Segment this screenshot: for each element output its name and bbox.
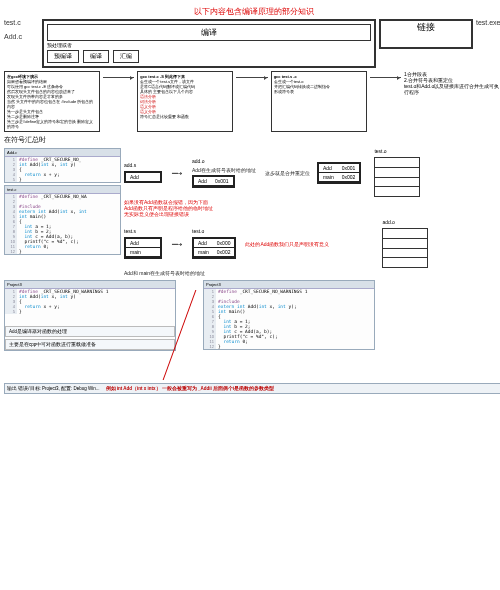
box-add: Add xyxy=(124,171,162,183)
note-4: 此处的Add函数我们只是声明没有意义 xyxy=(245,241,329,247)
link-box: 链接 xyxy=(379,19,473,49)
obj-test: Add0x000main0x002 xyxy=(192,237,236,259)
code-tab[interactable]: Project3 xyxy=(204,281,374,289)
code-addc[interactable]: Add.c 1#define _CRT_SECURE_NO_2int Add(i… xyxy=(4,148,121,183)
code-body: 1#define _CRT_SECURE_NO_WA23#include4ext… xyxy=(5,194,120,254)
obj-merged: Add0x001main0x002 xyxy=(317,162,361,184)
label-addo-r: add.o xyxy=(382,219,395,225)
obj-add: Add0x001 xyxy=(192,175,235,188)
arrow xyxy=(236,77,267,132)
diagram-area: add.s Add ━━➔ add.o Add在生成符号表时给的地址 Add0x… xyxy=(124,148,500,276)
note-5: Add和 main在生成符号表时给的地址 xyxy=(124,270,205,276)
link-notes: 1合并段表2.合并符号表和重定位test.o和Add.o以及链接库进行合并生成可… xyxy=(404,71,500,132)
left-files: test.c Add.c xyxy=(4,19,39,40)
code-bottom-left[interactable]: Project3 1#define _CRT_SECURE_NO_WARNING… xyxy=(4,280,176,351)
code-tab[interactable]: test.c xyxy=(5,186,120,194)
code-body: 1#define _CRT_SECURE_NO_2int Add(int x, … xyxy=(5,157,120,182)
note-3: 这步就是合并重定位 xyxy=(265,170,310,176)
label-tests: test.s xyxy=(124,228,136,234)
output-text: 输出 错误/目标: Project3, 配置: Debug Win... xyxy=(7,386,100,391)
file-testc: test.c xyxy=(4,19,39,26)
code-body: 1#define _CRT_SECURE_NO_WARNINGS 12int A… xyxy=(5,289,175,314)
label-testo-r: test.o xyxy=(374,148,386,154)
bn2: 主要是在cpp中可对函数进行重载做准备 xyxy=(5,339,175,350)
note-2: 如果没有Add函数就会报错，因为下面Add函数只有声明是程序给他的临时地址无实际… xyxy=(124,199,214,217)
stage-preproc: 预编译 xyxy=(47,50,79,63)
pre-label: 预处理或者 xyxy=(47,42,371,48)
stage-assemble: 汇编 xyxy=(113,50,139,63)
file-addc: Add.c xyxy=(4,33,39,40)
code-tab[interactable]: Project3 xyxy=(5,281,175,289)
arrow xyxy=(103,77,134,132)
code-bottom-right[interactable]: Project3 1#define _CRT_SECURE_NO_WARNING… xyxy=(203,280,375,350)
bn1: Add是编译器对函数的处理 xyxy=(5,326,175,337)
compile-group: 编译 预处理或者 预编译 编译 汇编 xyxy=(42,19,376,68)
code-tab[interactable]: Add.c xyxy=(5,149,120,157)
testo-box xyxy=(374,157,420,197)
rewrite-note: 例如 int Add（int x intx） 一般会被重写为 _Addii 后面… xyxy=(106,386,275,391)
label-testo: test.o xyxy=(192,228,204,234)
cmd-asm: gcc test.s -c会生成一个test.o并把汇编代码转换成二进制指令形成… xyxy=(271,71,367,132)
cmd-compile: gcc test.c -S 到此停下来会生成一个test.s文件，该文件是将C语… xyxy=(137,71,233,132)
addo-box xyxy=(382,228,428,268)
symbol-header: 在符号汇总时 xyxy=(4,135,500,145)
note-1: Add在生成符号表时给的地址 xyxy=(192,167,256,173)
arrow xyxy=(370,77,401,132)
compile-header: 编译 xyxy=(47,24,371,41)
main-title: 以下内容包含编译原理的部分知识 xyxy=(4,6,500,17)
box-main: Addmain xyxy=(124,237,162,259)
sym-add: Add xyxy=(126,173,160,181)
cmd-pre: 在gcc环境下演示如果想看预编译的结果可以使用 gcc test.c -E 这条… xyxy=(4,71,100,132)
link-label: 链接 xyxy=(381,21,471,33)
stage-compile: 编译 xyxy=(83,50,109,63)
label-addo: add.o xyxy=(192,158,205,164)
output-bar: 输出 错误/目标: Project3, 配置: Debug Win... 例如 … xyxy=(4,383,500,394)
file-exe: test.exe xyxy=(476,19,500,26)
code-body: 1#define _CRT_SECURE_NO_WARNINGS 123#inc… xyxy=(204,289,374,349)
label-adds: add.s xyxy=(124,162,136,168)
code-testc[interactable]: test.c 1#define _CRT_SECURE_NO_WA23#incl… xyxy=(4,185,121,255)
